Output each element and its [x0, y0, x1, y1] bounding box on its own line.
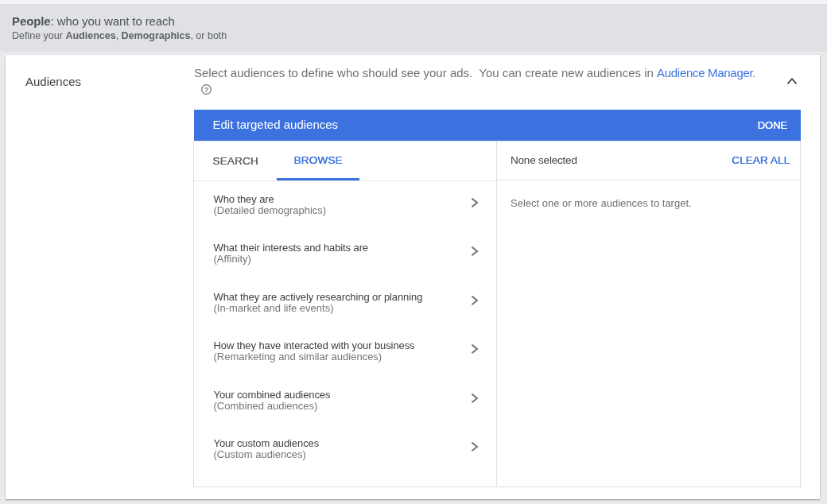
svg-text:?: ?	[204, 85, 208, 93]
